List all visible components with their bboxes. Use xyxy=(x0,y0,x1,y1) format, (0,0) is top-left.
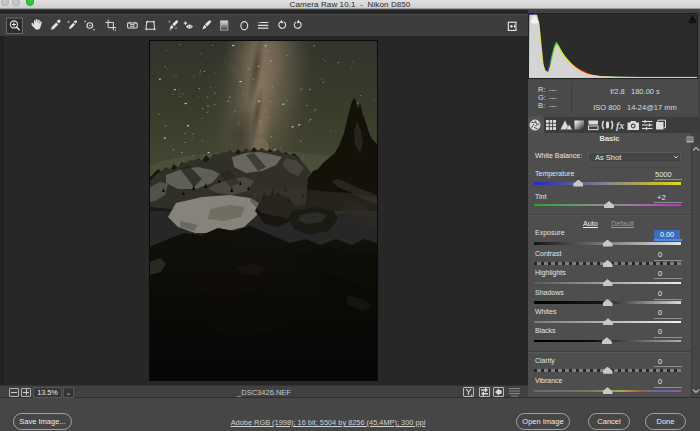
svg-text:fx: fx xyxy=(616,120,624,131)
